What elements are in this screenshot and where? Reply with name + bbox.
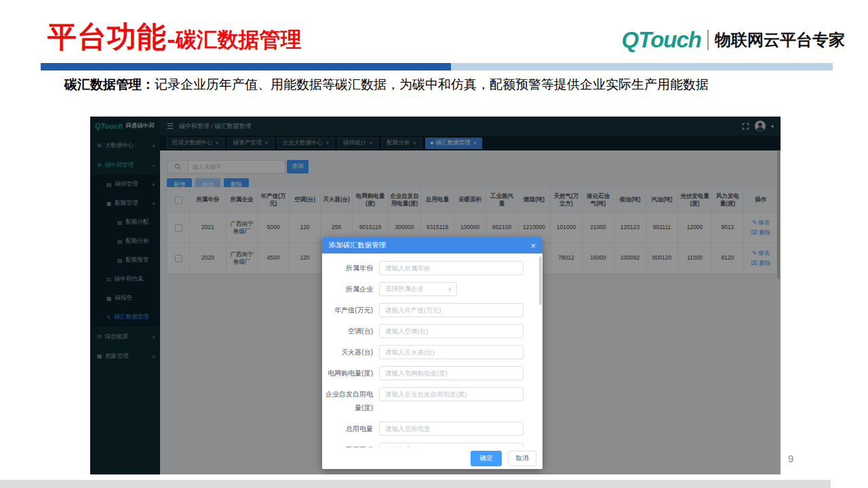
close-icon[interactable]: ×	[530, 241, 536, 250]
logo-divider	[707, 30, 709, 50]
logo-tagline: 物联网云平台专家	[715, 29, 845, 51]
field-label: 所属企业	[322, 282, 379, 296]
qtouch-logo-text: QTouch	[622, 27, 701, 53]
form-row: 空调(台)	[322, 324, 524, 338]
form-text-input[interactable]	[385, 369, 517, 377]
form-row: 所属年份	[322, 261, 524, 275]
description-text: 碳汇数据管理：记录企业历年产值、用能数据等碳汇数据，为碳中和仿真，配额预警等提供…	[64, 76, 782, 94]
app-screenshot: QTouch 舜通碳中和 ⊞大数据中心∨⊕碳中和管理∧▤碳排管理∨▣配额管理∧▤…	[90, 117, 781, 474]
modal-body: 所属年份所属企业选择所属企业∨年产值(万元)空调(台)灭火器(台)电网购电量(度…	[322, 253, 542, 447]
description-lead: 碳汇数据管理：	[64, 77, 155, 92]
confirm-button[interactable]: 确定	[471, 451, 502, 466]
modal-title: 添加碳汇数据管理	[329, 241, 386, 250]
page-title-main: 平台功能	[47, 20, 167, 54]
field-label: 空调(台)	[322, 324, 379, 338]
field-label: 电网购电量(度)	[322, 366, 379, 380]
form-row: 采暖面积	[322, 443, 524, 447]
modal-scrollbar-thumb[interactable]	[539, 256, 542, 305]
slide-page-number: 9	[788, 453, 793, 464]
chevron-down-icon: ∨	[448, 286, 452, 292]
form-row: 灭火器(台)	[322, 345, 524, 359]
form-row: 所属企业选择所属企业∨	[322, 282, 524, 296]
slide: 平台功能-碳汇数据管理 QTouch 物联网云平台专家 碳汇数据管理：记录企业历…	[0, 0, 868, 488]
field-label: 企业自发自用电量(度)	[322, 387, 379, 415]
bottom-strip	[0, 480, 831, 488]
field-label: 采暖面积	[322, 443, 379, 447]
field-label: 年产值(万元)	[322, 303, 379, 317]
divider-dark-segment	[41, 63, 451, 70]
field-input	[379, 345, 524, 359]
form-row: 电网购电量(度)	[322, 366, 524, 380]
form-text-input[interactable]	[385, 327, 517, 335]
form-text-input[interactable]	[385, 306, 517, 314]
description-body: 记录企业历年产值、用能数据等碳汇数据，为碳中和仿真，配额预警等提供企业实际生产用…	[155, 77, 709, 92]
form-text-input[interactable]	[385, 446, 517, 447]
field-input	[379, 261, 524, 275]
form-text-input[interactable]	[385, 390, 517, 398]
field-label: 所属年份	[322, 261, 379, 275]
qtouch-logo: QTouch 物联网云平台专家	[622, 27, 845, 53]
field-label: 总用电量	[322, 422, 379, 436]
cancel-button[interactable]: 取消	[508, 451, 536, 466]
field-input	[379, 443, 524, 447]
form-text-input[interactable]	[385, 264, 517, 272]
add-data-modal: 添加碳汇数据管理 × 所属年份所属企业选择所属企业∨年产值(万元)空调(台)灭火…	[322, 237, 542, 469]
enterprise-select[interactable]: 选择所属企业∨	[379, 282, 457, 296]
field-input	[379, 324, 524, 338]
form-row: 年产值(万元)	[322, 303, 524, 317]
form-row: 总用电量	[322, 422, 524, 436]
page-title: 平台功能-碳汇数据管理	[47, 18, 302, 57]
field-label: 灭火器(台)	[322, 345, 379, 359]
form-row: 企业自发自用电量(度)	[322, 387, 524, 415]
divider-light-segment	[451, 63, 833, 70]
title-divider-bar	[41, 63, 833, 70]
select-placeholder: 选择所属企业	[385, 285, 424, 293]
form-text-input[interactable]	[385, 348, 517, 356]
modal-header: 添加碳汇数据管理 ×	[322, 237, 542, 253]
modal-footer: 确定 取消	[322, 447, 542, 469]
field-input	[379, 387, 524, 401]
form-text-input[interactable]	[385, 425, 517, 432]
field-input	[379, 303, 524, 317]
field-input	[379, 366, 524, 380]
page-title-sub: -碳汇数据管理	[167, 27, 302, 52]
field-input	[379, 422, 524, 436]
